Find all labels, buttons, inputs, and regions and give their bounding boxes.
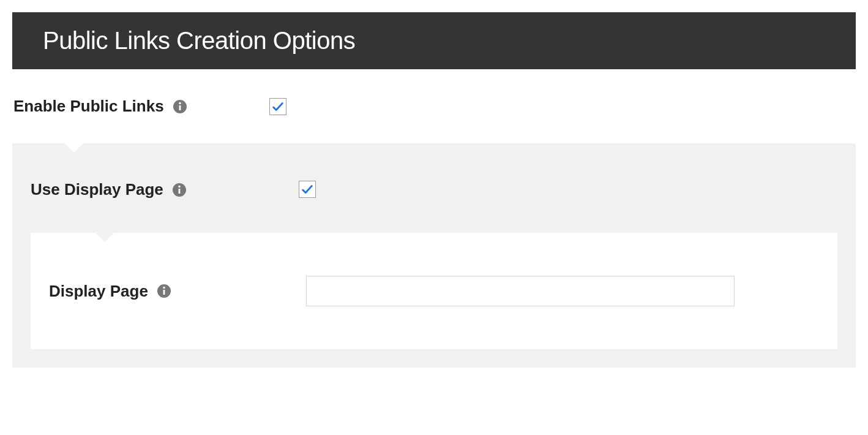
svg-point-8	[163, 287, 165, 289]
option-label-wrap: Enable Public Links	[12, 97, 269, 116]
info-icon[interactable]	[172, 183, 187, 197]
display-page-input[interactable]	[306, 276, 735, 306]
enable-public-links-label: Enable Public Links	[13, 97, 164, 116]
svg-rect-7	[163, 290, 165, 295]
option-label-wrap: Use Display Page	[31, 180, 288, 199]
svg-point-5	[178, 185, 181, 187]
arrow-up-icon	[95, 232, 114, 242]
display-page-label: Display Page	[49, 282, 148, 301]
info-icon[interactable]	[157, 284, 171, 298]
section-title: Public Links Creation Options	[43, 27, 355, 54]
svg-point-2	[179, 102, 181, 104]
info-icon[interactable]	[173, 99, 187, 114]
option-row-enable-public-links: Enable Public Links	[12, 69, 856, 143]
svg-rect-4	[178, 189, 180, 194]
nested-panel: Use Display Page Display Page	[12, 143, 856, 368]
option-label-wrap: Display Page	[49, 282, 306, 301]
option-row-use-display-page: Use Display Page	[31, 180, 856, 233]
svg-rect-1	[179, 105, 181, 110]
enable-public-links-checkbox[interactable]	[269, 98, 286, 115]
arrow-up-icon	[64, 143, 84, 153]
section-header: Public Links Creation Options	[12, 12, 856, 69]
option-row-display-page: Display Page	[49, 276, 819, 306]
use-display-page-label: Use Display Page	[31, 180, 163, 199]
use-display-page-checkbox[interactable]	[299, 181, 316, 198]
inner-panel: Display Page	[31, 233, 837, 349]
